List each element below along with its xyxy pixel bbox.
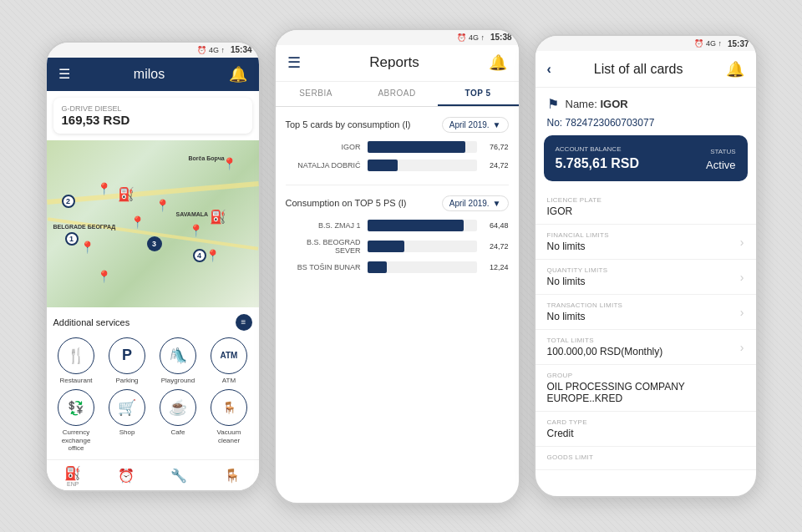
detail-total-limits[interactable]: TOTAL LIMITS 100.000,00 RSD(Monthly) › — [536, 330, 756, 365]
bell-icon[interactable]: 🔔 — [229, 65, 247, 84]
nav-label-enp: ENP — [67, 481, 79, 487]
reports-bell-icon[interactable]: 🔔 — [489, 53, 507, 72]
section1-date-picker[interactable]: April 2019. ▼ — [442, 117, 509, 133]
wrench-icon: 🔧 — [170, 468, 187, 484]
section1-title: Top 5 cards by consumption (l) — [286, 119, 411, 129]
account-status-section: STATUS Active — [706, 148, 735, 171]
gas-icon: ⛽ — [118, 186, 135, 202]
service-currency[interactable]: 💱 Currency exchange office — [53, 389, 99, 453]
bar-fill-zmaj — [368, 220, 464, 231]
fuel-type: G-DRIVE DIESEL — [62, 104, 244, 113]
section2-date-picker[interactable]: April 2019. ▼ — [442, 195, 509, 211]
goods-limit-label: GOODS LIMIT — [547, 453, 744, 461]
menu-icon[interactable]: ☰ — [58, 66, 70, 82]
time-2: 15:38 — [490, 33, 512, 42]
service-shop[interactable]: 🛒 Shop — [104, 389, 150, 453]
bar-value-natalja: 24,72 — [484, 161, 509, 170]
reports-menu-icon[interactable]: ☰ — [287, 53, 301, 72]
detail-quantity-limits[interactable]: QUANTITY LIMITS No limits › — [536, 260, 756, 295]
phone-cards: ⏰ 4G ↑ 15:37 ‹ List of all cards 🔔 ⚑ Nam… — [534, 34, 758, 498]
cards-bell-icon[interactable]: 🔔 — [726, 60, 744, 79]
service-cafe[interactable]: ☕ Cafe — [155, 389, 201, 453]
tab-top5[interactable]: TOP 5 — [438, 82, 519, 106]
detail-card-type: CARD TYPE Credit — [536, 412, 756, 447]
nav-enp[interactable]: ⛽ ENP — [64, 465, 81, 487]
service-label-cafe: Cafe — [171, 428, 185, 437]
tab-abroad[interactable]: ABROAD — [357, 82, 438, 106]
nav-wrench[interactable]: 🔧 — [170, 468, 187, 484]
atm-icon: ATM — [211, 337, 247, 374]
bar-label-natalja: NATALJA DOBRIĆ — [286, 161, 361, 170]
parking-icon: P — [109, 337, 145, 374]
service-vacuum[interactable]: 🪑 Vacuum cleaner — [206, 389, 252, 453]
account-balance-label: ACCOUNT BALANCE — [556, 145, 640, 153]
flag-icon: ⚑ — [547, 96, 559, 112]
playground-icon: 🛝 — [160, 337, 196, 374]
services-expand-button[interactable]: ≡ — [236, 314, 252, 331]
bar-row-tosin: BS TOŠIN BUNAR 12,24 — [286, 261, 509, 273]
map-pin: 📍 — [189, 224, 203, 237]
bar-label-zmaj: B.S. ZMAJ 1 — [286, 221, 361, 230]
total-limits-section: TOTAL LIMITS 100.000,00 RSD(Monthly) — [547, 337, 740, 357]
licence-plate-section: LICENCE PLATE IGOR — [547, 196, 744, 217]
back-icon[interactable]: ‹ — [547, 62, 551, 77]
bottom-nav: ⛽ ENP ⏰ 🔧 🪑 — [47, 459, 259, 492]
nav-clock[interactable]: ⏰ — [118, 468, 135, 484]
bar-fill-natalja — [368, 160, 398, 171]
transaction-limits-label: TRANSACTION LIMITS — [547, 301, 740, 309]
badge-4: 4 — [193, 249, 206, 262]
time-1: 15:34 — [231, 45, 252, 54]
quantity-limits-section: QUANTITY LIMITS No limits — [547, 266, 740, 287]
chevron-right-icon-financial: › — [740, 236, 744, 249]
map-area[interactable]: 📍 📍 📍 📍 📍 📍 📍 📍 Borča Борча BELGRADE БЕО… — [47, 140, 259, 307]
fuel-price: 169,53 RSD — [62, 113, 244, 127]
phone-reports: ⏰ 4G ↑ 15:38 ☰ Reports 🔔 SERBIA ABROAD T… — [274, 28, 520, 504]
section2-date: April 2019. — [449, 199, 490, 208]
nav-seat[interactable]: 🪑 — [224, 468, 241, 484]
financial-limits-section: FINANCIAL LIMITS No limits — [547, 231, 740, 252]
phone-map: ⏰ 4G ↑ 15:34 ☰ milos 🔔 G-DRIVE DIESEL 16… — [45, 41, 261, 492]
detail-financial-limits[interactable]: FINANCIAL LIMITS No limits › — [536, 225, 756, 260]
bar-fill-tosin — [368, 261, 388, 273]
badge-3: 3 — [147, 236, 162, 251]
financial-limits-label: FINANCIAL LIMITS — [547, 231, 740, 239]
service-restaurant[interactable]: 🍴 Restaurant — [53, 337, 99, 385]
detail-licence-plate: LICENCE PLATE IGOR — [536, 190, 756, 225]
map-pin: 📍 — [97, 182, 111, 195]
service-atm[interactable]: ATM ATM — [206, 337, 252, 385]
section-top5-ps: Consumption on TOP 5 PS (l) April 2019. … — [286, 195, 509, 273]
service-playground[interactable]: 🛝 Playground — [155, 337, 201, 385]
bar-label-igor: IGOR — [286, 143, 361, 151]
group-label: GROUP — [547, 372, 744, 379]
total-limits-value: 100.000,00 RSD(Monthly) — [547, 346, 740, 357]
service-parking[interactable]: P Parking — [104, 337, 150, 385]
group-value: OIL PROCESSING COMPANY EUROPE..KRED — [547, 381, 744, 404]
detail-transaction-limits[interactable]: TRANSACTION LIMITS No limits › — [536, 295, 756, 330]
quantity-limits-value: No limits — [547, 276, 740, 287]
badge-2: 2 — [62, 195, 75, 208]
name-label: Name: — [566, 98, 597, 110]
bar-fill-beograd-sever — [368, 241, 405, 252]
status-bar-1: ⏰ 4G ↑ 15:34 — [47, 43, 259, 58]
status-icons-3: ⏰ 4G ↑ — [694, 39, 722, 48]
service-label-vacuum: Vacuum cleaner — [206, 428, 252, 444]
detail-group: GROUP OIL PROCESSING COMPANY EUROPE..KRE… — [536, 365, 756, 412]
reports-content: Top 5 cards by consumption (l) April 201… — [276, 107, 519, 296]
bar-row-natalja: NATALJA DOBRIĆ 24,72 — [286, 160, 509, 171]
section2-header: Consumption on TOP 5 PS (l) April 2019. … — [286, 195, 509, 211]
tab-serbia[interactable]: SERBIA — [276, 82, 357, 106]
bar-track-natalja — [368, 160, 477, 171]
card-type-value: Credit — [547, 428, 744, 439]
map-pin-active: 📍 — [97, 270, 111, 283]
services-grid-1: 🍴 Restaurant P Parking 🛝 Playground ATM … — [53, 337, 252, 385]
quantity-limits-label: QUANTITY LIMITS — [547, 266, 740, 274]
divider-1 — [286, 185, 509, 185]
map-pin: 📍 — [206, 249, 220, 262]
transaction-limits-section: TRANSACTION LIMITS No limits — [547, 301, 740, 322]
map-label-belgrade: BELGRADE БЕОГРАД — [53, 224, 116, 230]
section-top5-cards: Top 5 cards by consumption (l) April 201… — [286, 117, 509, 171]
restaurant-icon: 🍴 — [58, 337, 94, 374]
group-section: GROUP OIL PROCESSING COMPANY EUROPE..KRE… — [547, 372, 744, 404]
chevron-right-icon-total: › — [740, 341, 744, 354]
clock-icon: ⏰ — [118, 468, 135, 484]
